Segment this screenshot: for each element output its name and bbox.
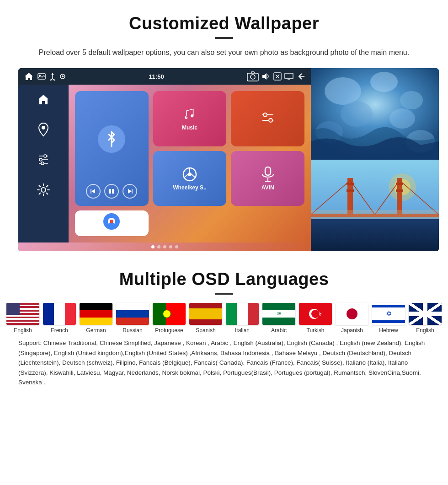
sidebar-equalizer[interactable] xyxy=(35,151,52,168)
camera-icon xyxy=(247,71,259,81)
flag-label-tr: Turkish xyxy=(307,327,325,334)
back-icon xyxy=(296,72,305,81)
settings-icon xyxy=(37,183,50,197)
flag-es-yellow xyxy=(189,308,222,319)
flag-item-de: German xyxy=(80,303,112,334)
sidebar xyxy=(18,85,69,242)
status-bar-left xyxy=(24,71,66,81)
svg-point-20 xyxy=(44,155,47,157)
tile-music[interactable]: Music xyxy=(153,91,227,146)
flag-ar: ﷽ xyxy=(262,303,295,325)
svg-rect-27 xyxy=(112,189,114,194)
thumb-ice[interactable] xyxy=(311,68,439,160)
flag-item-us: English xyxy=(6,303,39,334)
page-wrapper: Customized Wallpaper Preload over 5 defa… xyxy=(0,0,448,401)
svg-point-46 xyxy=(341,101,373,127)
pause-btn[interactable] xyxy=(104,184,119,199)
pause-icon xyxy=(108,188,115,194)
steering-wheel-icon xyxy=(181,166,198,183)
flag-jp xyxy=(336,303,368,325)
bluetooth-icon xyxy=(104,130,119,148)
flag-it-white xyxy=(237,303,248,325)
sidebar-settings[interactable] xyxy=(35,182,52,198)
flag-de-gold xyxy=(80,318,112,325)
music-label: Music xyxy=(182,124,197,131)
svg-point-23 xyxy=(41,188,46,192)
flag-es xyxy=(189,303,222,325)
svg-point-22 xyxy=(41,162,44,165)
svg-rect-65 xyxy=(311,210,439,219)
languages-divider xyxy=(215,293,233,295)
flag-il-stripe-top xyxy=(372,305,405,307)
sidebar-home[interactable] xyxy=(35,91,52,108)
wallpaper-demo: 11:50 xyxy=(18,68,430,251)
wallpaper-title: Customized Wallpaper xyxy=(18,14,430,33)
flag-tr-inner xyxy=(311,310,320,318)
status-time: 11:50 xyxy=(149,73,164,80)
flag-label-es: Spanish xyxy=(196,327,215,334)
microphone-icon xyxy=(261,166,275,183)
dot-1 xyxy=(151,245,155,248)
sidebar-location[interactable] xyxy=(35,121,52,138)
flag-item-pt: Protuguese xyxy=(153,303,186,334)
thumb-bridge[interactable] xyxy=(311,160,439,251)
settings-app-icon xyxy=(261,110,275,125)
svg-point-30 xyxy=(263,113,267,117)
screen-body: Music xyxy=(18,85,311,242)
equalizer-icon xyxy=(37,154,50,166)
image-icon xyxy=(37,73,46,80)
svg-point-43 xyxy=(325,77,361,105)
bluetooth-symbol xyxy=(98,125,125,153)
tile-bluetooth[interactable] xyxy=(75,91,149,206)
close-screen-icon xyxy=(273,72,282,81)
flag-es-red2 xyxy=(189,319,222,325)
flag-label-de: German xyxy=(86,327,106,334)
dot-5 xyxy=(175,245,178,248)
prev-icon xyxy=(90,188,97,194)
tile-maps[interactable] xyxy=(75,210,149,236)
flag-il-stripe-bottom xyxy=(372,320,405,323)
svg-point-10 xyxy=(251,75,255,79)
flag-ru-white xyxy=(116,303,149,310)
flag-label-us: English xyxy=(14,327,32,334)
flag-es-red1 xyxy=(189,303,222,308)
flag-pt xyxy=(153,303,186,325)
wheelkey-icon xyxy=(181,166,198,183)
arabic-text: ﷽ xyxy=(277,312,281,316)
svg-point-44 xyxy=(370,72,398,92)
flag-item-ru: Russian xyxy=(116,303,149,334)
flag-fr-white xyxy=(54,303,65,325)
bluetooth-content xyxy=(98,98,125,184)
flag-label-ru: Russian xyxy=(123,327,142,334)
dot-3 xyxy=(163,245,166,248)
flag-label-fr: French xyxy=(51,327,68,334)
tile-settings-app[interactable] xyxy=(231,91,304,146)
wallpaper-thumbs xyxy=(311,68,439,251)
main-content: Music xyxy=(69,85,311,242)
wheelkey-label: Wheelkey S.. xyxy=(173,184,206,191)
flag-item-fr: French xyxy=(43,303,76,334)
svg-point-41 xyxy=(110,220,113,223)
sliders-icon xyxy=(261,110,275,125)
bridge-svg xyxy=(311,160,439,251)
svg-rect-58 xyxy=(347,189,354,192)
flag-ru-red xyxy=(116,318,149,325)
flag-ar-top xyxy=(262,303,295,310)
flag-it-green xyxy=(226,303,237,325)
screen-icon xyxy=(284,73,293,80)
flag-de xyxy=(80,303,112,325)
tile-wheelkey[interactable]: Wheelkey S.. xyxy=(153,151,227,206)
flag-il: ✡ xyxy=(372,303,405,325)
flag-label-ar: Arabic xyxy=(271,327,287,334)
flag-label-il: Hebrew xyxy=(379,327,398,334)
flag-item-il: ✡ Hebrew xyxy=(372,303,405,334)
google-maps-icon xyxy=(99,210,124,236)
prev-btn[interactable] xyxy=(86,184,101,199)
music-icon xyxy=(181,106,198,123)
tile-avin[interactable]: AVIN xyxy=(231,151,304,206)
dot-icon xyxy=(59,73,66,80)
dots-container xyxy=(18,242,311,251)
next-btn[interactable] xyxy=(123,184,137,199)
flags-row: English French German xyxy=(18,303,430,334)
flag-item-tr: ★ Turkish xyxy=(299,303,332,334)
